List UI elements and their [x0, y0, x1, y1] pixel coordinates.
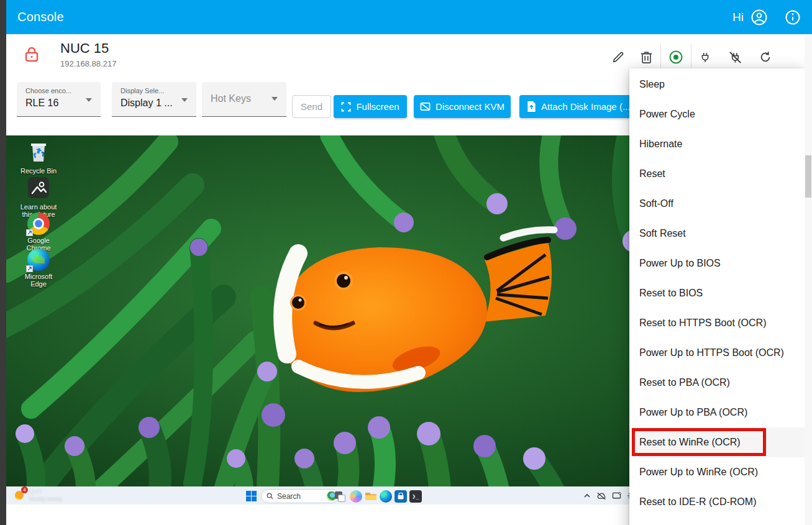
onedrive-off-icon[interactable]: [596, 492, 606, 500]
desktop-icon-label: Microsoft: [16, 273, 62, 280]
recycle-bin-icon: [16, 139, 62, 165]
search-label: Search: [277, 492, 326, 501]
app-header: Console Hi: [6, 0, 812, 34]
info-icon[interactable]: [783, 8, 802, 27]
encoder-select-value: RLE 16: [25, 98, 58, 109]
menu-item-label: Reset to WinRe (OCR): [639, 437, 741, 448]
menu-item-label: Soft-Off: [639, 198, 673, 209]
cast-icon[interactable]: [612, 492, 621, 500]
fullscreen-label: Fullscreen: [356, 101, 399, 112]
display-select-label: Display Sele...: [121, 87, 164, 94]
disconnect-kvm-label: Disconnect KVM: [436, 101, 504, 112]
menu-item-soft-reset[interactable]: Soft Reset: [629, 219, 805, 249]
menu-item-label: Soft Reset: [639, 228, 686, 239]
menu-item-sleep[interactable]: Sleep: [629, 70, 805, 99]
menu-item-power-up-to-winre[interactable]: Power Up to WinRe (OCR): [629, 457, 805, 487]
notification-badge: 4: [21, 486, 28, 493]
page-title: Console: [17, 10, 64, 24]
menu-item-reset-to-winre[interactable]: Reset to WinRe (OCR): [629, 427, 805, 457]
shortcut-arrow-badge: [26, 265, 33, 272]
taskbar-search[interactable]: Search: [261, 489, 339, 503]
menu-item-label: Power Up to BIOS: [639, 258, 721, 269]
weather-condition: Mostly sunny: [29, 496, 62, 502]
search-icon: [267, 493, 273, 500]
page-scrollbar[interactable]: [805, 34, 812, 525]
file-explorer-icon[interactable]: [365, 490, 377, 503]
desktop-icon-label: Learn about: [16, 203, 62, 211]
menu-item-power-up-to-bios[interactable]: Power Up to BIOS: [629, 249, 805, 278]
chevron-down-icon: [181, 98, 188, 102]
plug-icon[interactable]: [694, 46, 716, 68]
plug-off-icon[interactable]: [724, 46, 746, 68]
delete-trash-icon[interactable]: [635, 46, 657, 68]
hotkeys-select[interactable]: Hot Keys: [202, 82, 286, 117]
console-app: Console Hi NUC 15: [0, 0, 812, 525]
display-select[interactable]: Display Sele... Display 1 ...: [112, 82, 196, 117]
desktop-icon-label: Recycle Bin: [16, 167, 62, 175]
menu-item-label: Reset to BIOS: [639, 288, 703, 299]
task-view-icon[interactable]: [334, 490, 346, 503]
menu-item-label: Reset to IDE-R (CD-ROM): [639, 496, 756, 508]
edge-icon: [27, 249, 50, 271]
menu-item-label: Sleep: [639, 79, 665, 90]
menu-item-hibernate[interactable]: Hibernate: [629, 129, 805, 159]
desktop-icon-edge[interactable]: Microsoft Edge: [16, 249, 62, 288]
store-icon[interactable]: [395, 490, 407, 503]
power-actions-menu: Sleep Power Cycle Hibernate Reset Soft-O…: [629, 68, 805, 525]
menu-item-power-cycle[interactable]: Power Cycle: [629, 99, 805, 129]
tray-chevron-icon[interactable]: [583, 492, 591, 500]
menu-item-soft-off[interactable]: Soft-Off: [629, 189, 805, 219]
menu-item-label: Hibernate: [639, 139, 682, 150]
menu-item-label: Power Up to HTTPS Boot (OCR): [639, 347, 784, 358]
desktop-icon-label: Google: [16, 237, 62, 244]
fullscreen-button[interactable]: Fullscreen: [334, 95, 407, 118]
menu-item-power-up-to-pba[interactable]: Power Up to PBA (OCR): [629, 398, 805, 427]
chevron-down-icon: [271, 97, 278, 101]
refresh-icon[interactable]: [754, 46, 777, 68]
account-circle-icon[interactable]: [750, 8, 769, 27]
desktop-icon-learn-about[interactable]: Learn about this picture: [16, 176, 62, 218]
picture-info-icon: [16, 176, 62, 201]
chevron-down-icon: [86, 98, 92, 102]
menu-item-label: Power Up to PBA (OCR): [639, 407, 747, 418]
fullscreen-icon: [341, 102, 351, 112]
menu-item-power-up-to-https-boot[interactable]: Power Up to HTTPS Boot (OCR): [629, 338, 805, 368]
menu-item-label: Reset: [639, 168, 665, 180]
copilot-icon[interactable]: [350, 490, 362, 503]
menu-item-reset-to-ide-r[interactable]: Reset to IDE-R (CD-ROM): [629, 487, 805, 517]
menu-item-label: Power Cycle: [639, 109, 695, 120]
edit-pencil-icon[interactable]: [607, 46, 629, 68]
desktop-icon-chrome[interactable]: Google Chrome: [16, 212, 62, 252]
terminal-icon[interactable]: ❯_: [409, 490, 422, 503]
desktop-icon-recycle-bin[interactable]: Recycle Bin: [16, 139, 62, 175]
weather-icon: 4: [12, 488, 26, 502]
menu-item-reset[interactable]: Reset: [629, 159, 805, 189]
lock-icon: [25, 47, 39, 65]
scrollbar-thumb[interactable]: [805, 155, 811, 198]
encoder-select[interactable]: Choose enco... RLE 16: [17, 82, 101, 117]
device-name: NUC 15: [60, 40, 109, 57]
edge-taskbar-icon[interactable]: [380, 490, 392, 503]
menu-item-label: Power Up to WinRe (OCR): [639, 467, 758, 478]
left-edge-strip: [0, 0, 6, 525]
attach-disk-image-label: Attach Disk Image (...: [541, 101, 630, 112]
send-button[interactable]: Send: [292, 95, 331, 118]
attach-file-icon: [527, 101, 536, 112]
start-button[interactable]: [246, 491, 257, 501]
power-status-icon[interactable]: [665, 46, 687, 68]
display-select-value: Display 1 ...: [121, 98, 173, 109]
menu-item-reset-to-https-boot[interactable]: Reset to HTTPS Boot (OCR): [629, 308, 805, 338]
encoder-select-label: Choose enco...: [25, 87, 71, 94]
menu-item-reset-to-bios[interactable]: Reset to BIOS: [629, 278, 805, 308]
menu-item-reset-to-pba[interactable]: Reset to PBA (OCR): [629, 368, 805, 398]
toolbar-divider: [660, 43, 661, 71]
weather-widget[interactable]: 4 82°F Mostly sunny: [12, 488, 62, 502]
weather-temp: 82°F: [29, 489, 62, 496]
disconnect-kvm-button[interactable]: Disconnect KVM: [414, 95, 511, 118]
shortcut-arrow-badge: [26, 229, 33, 236]
disconnect-screen-icon: [420, 102, 431, 112]
chrome-icon: [27, 212, 50, 235]
menu-item-label: Reset to HTTPS Boot (OCR): [639, 317, 767, 329]
toolbar-divider: [691, 43, 691, 71]
desktop-icon-label: Edge: [16, 280, 62, 288]
